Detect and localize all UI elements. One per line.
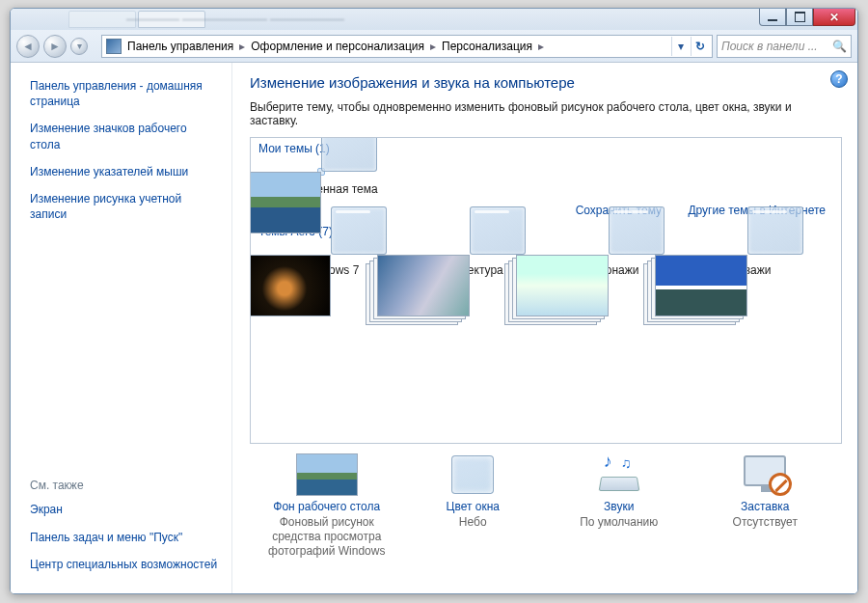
theme-wallpaper-thumb	[250, 255, 331, 316]
theme-tile-unsaved[interactable]: Несохраненная тема	[258, 165, 384, 196]
nav-forward-button[interactable]: ►	[43, 35, 67, 58]
personalization-window: ————— ———————— ——————— ◄ ► ▾ Панель упра…	[10, 8, 858, 594]
sidebar-link-desktop-icons[interactable]: Изменение значков рабочего стола	[30, 121, 218, 151]
page-title: Изменение изображения и звука на компьют…	[250, 74, 842, 91]
sounds-icon: ♪♫	[592, 453, 646, 496]
theme-window-color-thumb	[470, 206, 526, 255]
setting-value: Фоновый рисунок средства просмотра фотог…	[255, 515, 399, 559]
setting-desktop-background[interactable]: Фон рабочего стола Фоновый рисунок средс…	[255, 453, 399, 559]
theme-window-color-thumb	[331, 206, 387, 255]
breadcrumb[interactable]: Панель управления	[127, 40, 233, 53]
setting-title: Заставка	[692, 500, 837, 513]
chevron-right-icon[interactable]: ▸	[239, 40, 245, 53]
chevron-right-icon[interactable]: ▸	[430, 40, 436, 53]
maximize-button[interactable]	[786, 9, 813, 26]
sidebar-link-mouse-pointers[interactable]: Изменение указателей мыши	[30, 164, 218, 179]
search-placeholder: Поиск в панели ...	[721, 40, 818, 53]
see-also-heading: См. также	[30, 479, 218, 492]
search-input[interactable]: Поиск в панели ... 🔍	[717, 35, 852, 58]
sidebar-link-account-picture[interactable]: Изменение рисунка учетной записи	[30, 191, 218, 222]
theme-tile-architecture[interactable]: Архитектура	[407, 248, 532, 277]
search-icon: 🔍	[832, 40, 847, 53]
theme-tile-landscapes[interactable]: Пейзажи	[685, 248, 810, 277]
setting-title: Цвет окна	[400, 500, 545, 513]
minimize-button[interactable]	[759, 9, 786, 26]
chevron-right-icon[interactable]: ▸	[538, 40, 544, 53]
page-description: Выберите тему, чтобы одновременно измени…	[250, 100, 842, 127]
setting-title: Фон рабочего стола	[255, 500, 399, 513]
theme-window-color-thumb	[321, 137, 377, 172]
theme-window-color-thumb	[747, 206, 803, 255]
sidebar: Панель управления - домашняя страница Из…	[11, 63, 232, 593]
see-also-taskbar[interactable]: Панель задач и меню "Пуск"	[30, 530, 218, 545]
theme-tile-characters[interactable]: Персонажи	[546, 248, 671, 277]
breadcrumb[interactable]: Персонализация	[442, 40, 532, 53]
theme-tile-windows7[interactable]: Windows 7	[268, 248, 393, 277]
theme-wallpaper-thumb	[655, 255, 747, 316]
address-bar[interactable]: Панель управления ▸ Оформление и персона…	[101, 35, 713, 58]
theme-wallpaper-thumb	[377, 255, 470, 316]
personalization-settings-row: Фон рабочего стола Фоновый рисунок средс…	[250, 453, 842, 559]
main-content: ? Изменение изображения и звука на компь…	[232, 63, 857, 593]
setting-window-color[interactable]: Цвет окна Небо	[400, 453, 545, 559]
close-button[interactable]	[813, 9, 855, 26]
setting-screensaver[interactable]: Заставка Отсутствует	[692, 453, 837, 559]
theme-wallpaper-thumb	[250, 172, 321, 233]
setting-value: Отсутствует	[692, 515, 837, 530]
help-icon[interactable]: ?	[830, 70, 848, 88]
setting-sounds[interactable]: ♪♫ Звуки По умолчанию	[547, 453, 692, 559]
refresh-button[interactable]: ↻	[691, 37, 708, 56]
navigation-bar: ◄ ► ▾ Панель управления ▸ Оформление и п…	[11, 30, 857, 63]
address-dropdown-button[interactable]: ▾	[671, 37, 689, 56]
window-title: ————— ———————— ———————	[126, 13, 344, 24]
nav-history-dropdown[interactable]: ▾	[70, 38, 88, 55]
wallpaper-icon	[296, 453, 358, 496]
see-also-ease[interactable]: Центр специальных возможностей	[30, 557, 218, 572]
see-also-display[interactable]: Экран	[30, 502, 218, 517]
setting-title: Звуки	[547, 500, 692, 513]
titlebar: ————— ———————— ———————	[11, 9, 857, 30]
setting-value: По умолчанию	[547, 515, 692, 530]
control-panel-icon	[106, 39, 122, 54]
nav-back-button[interactable]: ◄	[16, 35, 40, 58]
caption-buttons	[759, 9, 855, 26]
breadcrumb[interactable]: Оформление и персонализация	[251, 40, 424, 53]
themes-panel: Мои темы (1) Несохраненная тема Сохран	[250, 137, 842, 444]
sidebar-home-link[interactable]: Панель управления - домашняя страница	[30, 78, 218, 109]
setting-value: Небо	[400, 515, 545, 530]
window-color-icon	[451, 455, 494, 494]
theme-wallpaper-thumb	[516, 255, 609, 316]
theme-window-color-thumb	[609, 206, 665, 255]
screensaver-icon	[738, 453, 792, 496]
